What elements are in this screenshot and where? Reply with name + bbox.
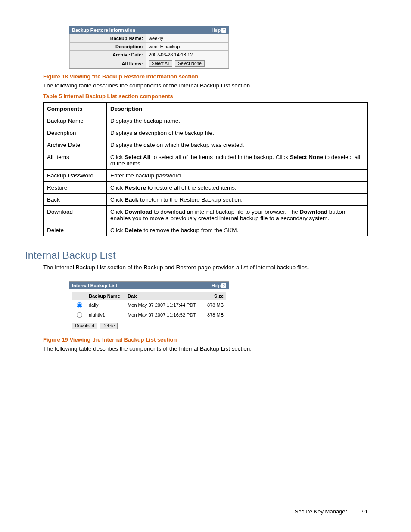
help-label: Help	[212, 283, 221, 288]
description-cell: Displays a description of the backup fil…	[107, 127, 368, 139]
select-none-button[interactable]: Select None	[175, 60, 204, 67]
description-cell: Click Back to return to the Restore Back…	[107, 194, 368, 206]
backup-radio[interactable]	[77, 312, 82, 318]
component-cell: Restore	[44, 182, 107, 194]
component-cell: Description	[44, 127, 107, 139]
component-cell: Download	[44, 206, 107, 224]
archive-date-label: Archive Date:	[70, 51, 146, 59]
figure19-caption: Figure 19 Viewing the Internal Backup Li…	[43, 336, 368, 343]
component-cell: Back	[44, 194, 107, 206]
backup-date-cell: Mon May 07 2007 11:16:52 PDT	[125, 310, 203, 320]
table-row: DownloadClick Download to download an in…	[44, 206, 368, 224]
intro-para-1: The following table describes the compon…	[43, 82, 368, 89]
help-label: Help	[212, 28, 221, 33]
panel-title-text: Internal Backup List	[72, 283, 117, 288]
help-link[interactable]: Help ?	[212, 28, 226, 33]
help-icon: ?	[221, 28, 226, 33]
col-size: Size	[203, 292, 226, 300]
component-cell: Delete	[44, 224, 107, 236]
table-row: RestoreClick Restore to restore all of t…	[44, 182, 368, 194]
description-cell: Enter the backup password.	[107, 170, 368, 182]
backup-size-cell: 878 MB	[203, 300, 226, 310]
table5-head-components: Components	[44, 103, 107, 115]
panel-title-bar: Internal Backup List Help ?	[69, 282, 229, 289]
backup-size-cell: 878 MB	[203, 310, 226, 320]
section-heading: Internal Backup List	[25, 249, 368, 261]
description-cell: Displays the date on which the backup wa…	[107, 139, 368, 151]
backup-name-cell: daily	[86, 300, 125, 310]
table5-head-description: Description	[107, 103, 368, 115]
component-cell: Archive Date	[44, 139, 107, 151]
archive-date-value: 2007-06-28 14:13:12	[146, 51, 229, 59]
table-row: DeleteClick Delete to remove the backup …	[44, 224, 368, 236]
internal-backup-list-panel: Internal Backup List Help ? Backup Name …	[69, 281, 229, 332]
panel-title-bar: Backup Restore Information Help ?	[69, 26, 229, 34]
description-cell: Click Restore to restore all of the sele…	[107, 182, 368, 194]
col-backup-name: Backup Name	[86, 292, 125, 300]
section-para: The Internal Backup List section of the …	[43, 264, 368, 271]
table-row: Backup NameDisplays the backup name.	[44, 115, 368, 127]
download-button[interactable]: Download	[72, 323, 97, 329]
backup-restore-info-panel: Backup Restore Information Help ? Backup…	[69, 26, 229, 69]
footer-title: Secure Key Manager	[295, 508, 347, 515]
table-row: Backup PasswordEnter the backup password…	[44, 170, 368, 182]
list-item: nightly1Mon May 07 2007 11:16:52 PDT878 …	[72, 310, 226, 320]
col-date: Date	[125, 292, 203, 300]
table5: Components Description Backup NameDispla…	[43, 102, 368, 236]
description-cell: Displays the backup name.	[107, 115, 368, 127]
backup-name-cell: nightly1	[86, 310, 125, 320]
backup-list-table: Backup Name Date Size dailyMon May 07 20…	[72, 292, 226, 320]
description-cell: Click Download to download an internal b…	[107, 206, 368, 224]
page-number: 91	[362, 508, 368, 515]
intro-para-2: The following table describes the compon…	[43, 345, 368, 352]
table-row: Archive DateDisplays the date on which t…	[44, 139, 368, 151]
table-row: All ItemsClick Select All to select all …	[44, 151, 368, 170]
help-link[interactable]: Help ?	[212, 283, 226, 288]
page-footer: Secure Key Manager 91	[295, 508, 368, 515]
table5-caption: Table 5 Internal Backup List section com…	[43, 93, 368, 100]
figure18-caption: Figure 18 Viewing the Backup Restore Inf…	[43, 73, 368, 80]
list-item: dailyMon May 07 2007 11:17:44 PDT878 MB	[72, 300, 226, 310]
description-cell: Click Delete to remove the backup from t…	[107, 224, 368, 236]
all-items-label: All Items:	[70, 59, 146, 68]
delete-button[interactable]: Delete	[100, 323, 118, 329]
table-row: BackClick Back to return to the Restore …	[44, 194, 368, 206]
select-all-button[interactable]: Select All	[149, 60, 172, 67]
backup-info-table: Backup Name: weekly Description: weekly …	[69, 34, 229, 68]
description-cell: Click Select All to select all of the it…	[107, 151, 368, 170]
backup-name-value: weekly	[146, 34, 229, 43]
backup-radio[interactable]	[77, 302, 82, 308]
component-cell: Backup Password	[44, 170, 107, 182]
help-icon: ?	[221, 283, 226, 288]
panel-title-text: Backup Restore Information	[72, 28, 135, 33]
backup-name-label: Backup Name:	[70, 34, 146, 43]
backup-date-cell: Mon May 07 2007 11:17:44 PDT	[125, 300, 203, 310]
component-cell: All Items	[44, 151, 107, 170]
description-label: Description:	[70, 43, 146, 51]
table-row: DescriptionDisplays a description of the…	[44, 127, 368, 139]
component-cell: Backup Name	[44, 115, 107, 127]
description-value: weekly backup	[146, 43, 229, 51]
